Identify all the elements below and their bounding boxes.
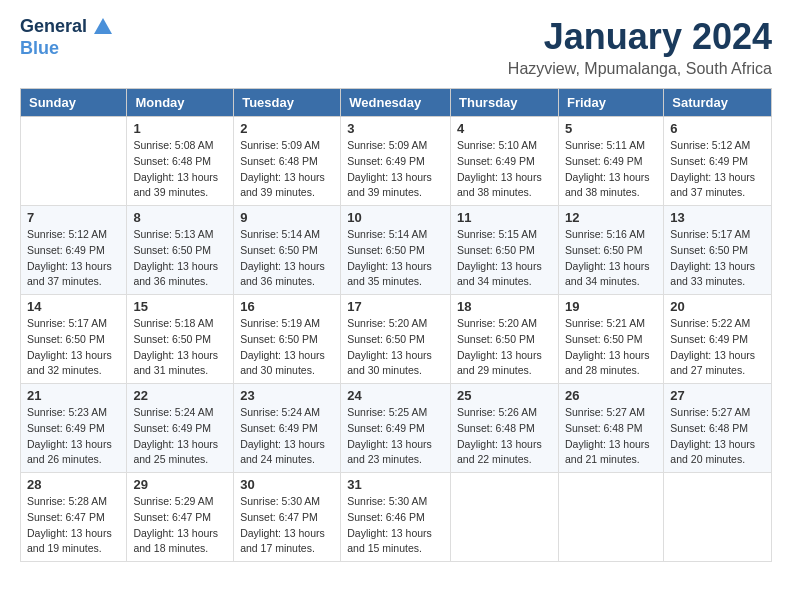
day-number: 17 bbox=[347, 299, 444, 314]
day-number: 22 bbox=[133, 388, 227, 403]
calendar-cell: 5Sunrise: 5:11 AM Sunset: 6:49 PM Daylig… bbox=[558, 117, 663, 206]
day-info: Sunrise: 5:12 AM Sunset: 6:49 PM Dayligh… bbox=[670, 138, 765, 201]
weekday-header: Tuesday bbox=[234, 89, 341, 117]
header: General Blue January 2024 Hazyview, Mpum… bbox=[20, 16, 772, 78]
calendar-cell: 19Sunrise: 5:21 AM Sunset: 6:50 PM Dayli… bbox=[558, 295, 663, 384]
calendar-cell: 7Sunrise: 5:12 AM Sunset: 6:49 PM Daylig… bbox=[21, 206, 127, 295]
day-number: 19 bbox=[565, 299, 657, 314]
day-number: 31 bbox=[347, 477, 444, 492]
weekday-header: Thursday bbox=[451, 89, 559, 117]
day-info: Sunrise: 5:20 AM Sunset: 6:50 PM Dayligh… bbox=[347, 316, 444, 379]
location: Hazyview, Mpumalanga, South Africa bbox=[508, 60, 772, 78]
logo-content: General Blue bbox=[20, 16, 114, 60]
calendar-cell: 18Sunrise: 5:20 AM Sunset: 6:50 PM Dayli… bbox=[451, 295, 559, 384]
weekday-header: Wednesday bbox=[341, 89, 451, 117]
calendar-cell: 21Sunrise: 5:23 AM Sunset: 6:49 PM Dayli… bbox=[21, 384, 127, 473]
weekday-header: Friday bbox=[558, 89, 663, 117]
day-info: Sunrise: 5:16 AM Sunset: 6:50 PM Dayligh… bbox=[565, 227, 657, 290]
day-number: 13 bbox=[670, 210, 765, 225]
day-number: 29 bbox=[133, 477, 227, 492]
calendar-cell: 25Sunrise: 5:26 AM Sunset: 6:48 PM Dayli… bbox=[451, 384, 559, 473]
day-info: Sunrise: 5:18 AM Sunset: 6:50 PM Dayligh… bbox=[133, 316, 227, 379]
weekday-header: Sunday bbox=[21, 89, 127, 117]
day-info: Sunrise: 5:08 AM Sunset: 6:48 PM Dayligh… bbox=[133, 138, 227, 201]
day-number: 30 bbox=[240, 477, 334, 492]
calendar-cell: 12Sunrise: 5:16 AM Sunset: 6:50 PM Dayli… bbox=[558, 206, 663, 295]
calendar-week-row: 21Sunrise: 5:23 AM Sunset: 6:49 PM Dayli… bbox=[21, 384, 772, 473]
calendar-cell: 14Sunrise: 5:17 AM Sunset: 6:50 PM Dayli… bbox=[21, 295, 127, 384]
day-info: Sunrise: 5:27 AM Sunset: 6:48 PM Dayligh… bbox=[670, 405, 765, 468]
day-number: 20 bbox=[670, 299, 765, 314]
calendar-header-row: SundayMondayTuesdayWednesdayThursdayFrid… bbox=[21, 89, 772, 117]
day-info: Sunrise: 5:30 AM Sunset: 6:47 PM Dayligh… bbox=[240, 494, 334, 557]
day-info: Sunrise: 5:14 AM Sunset: 6:50 PM Dayligh… bbox=[347, 227, 444, 290]
day-number: 27 bbox=[670, 388, 765, 403]
month-title: January 2024 bbox=[508, 16, 772, 58]
day-info: Sunrise: 5:19 AM Sunset: 6:50 PM Dayligh… bbox=[240, 316, 334, 379]
svg-marker-0 bbox=[94, 18, 112, 34]
calendar-week-row: 7Sunrise: 5:12 AM Sunset: 6:49 PM Daylig… bbox=[21, 206, 772, 295]
calendar-cell: 20Sunrise: 5:22 AM Sunset: 6:49 PM Dayli… bbox=[664, 295, 772, 384]
calendar-cell: 23Sunrise: 5:24 AM Sunset: 6:49 PM Dayli… bbox=[234, 384, 341, 473]
logo-line1: General bbox=[20, 16, 114, 38]
calendar-cell bbox=[451, 473, 559, 562]
day-info: Sunrise: 5:09 AM Sunset: 6:48 PM Dayligh… bbox=[240, 138, 334, 201]
weekday-header: Saturday bbox=[664, 89, 772, 117]
day-number: 5 bbox=[565, 121, 657, 136]
calendar-cell: 17Sunrise: 5:20 AM Sunset: 6:50 PM Dayli… bbox=[341, 295, 451, 384]
day-info: Sunrise: 5:20 AM Sunset: 6:50 PM Dayligh… bbox=[457, 316, 552, 379]
day-info: Sunrise: 5:24 AM Sunset: 6:49 PM Dayligh… bbox=[133, 405, 227, 468]
day-number: 28 bbox=[27, 477, 120, 492]
day-info: Sunrise: 5:09 AM Sunset: 6:49 PM Dayligh… bbox=[347, 138, 444, 201]
day-number: 21 bbox=[27, 388, 120, 403]
day-number: 24 bbox=[347, 388, 444, 403]
day-number: 1 bbox=[133, 121, 227, 136]
day-info: Sunrise: 5:30 AM Sunset: 6:46 PM Dayligh… bbox=[347, 494, 444, 557]
day-number: 14 bbox=[27, 299, 120, 314]
calendar-cell: 15Sunrise: 5:18 AM Sunset: 6:50 PM Dayli… bbox=[127, 295, 234, 384]
calendar-cell bbox=[558, 473, 663, 562]
calendar-cell: 11Sunrise: 5:15 AM Sunset: 6:50 PM Dayli… bbox=[451, 206, 559, 295]
day-info: Sunrise: 5:15 AM Sunset: 6:50 PM Dayligh… bbox=[457, 227, 552, 290]
day-info: Sunrise: 5:14 AM Sunset: 6:50 PM Dayligh… bbox=[240, 227, 334, 290]
calendar-cell: 2Sunrise: 5:09 AM Sunset: 6:48 PM Daylig… bbox=[234, 117, 341, 206]
day-info: Sunrise: 5:17 AM Sunset: 6:50 PM Dayligh… bbox=[27, 316, 120, 379]
logo-line2: Blue bbox=[20, 38, 114, 60]
calendar-cell bbox=[21, 117, 127, 206]
calendar-cell: 31Sunrise: 5:30 AM Sunset: 6:46 PM Dayli… bbox=[341, 473, 451, 562]
calendar-cell: 22Sunrise: 5:24 AM Sunset: 6:49 PM Dayli… bbox=[127, 384, 234, 473]
day-info: Sunrise: 5:13 AM Sunset: 6:50 PM Dayligh… bbox=[133, 227, 227, 290]
day-info: Sunrise: 5:17 AM Sunset: 6:50 PM Dayligh… bbox=[670, 227, 765, 290]
calendar-cell: 26Sunrise: 5:27 AM Sunset: 6:48 PM Dayli… bbox=[558, 384, 663, 473]
day-info: Sunrise: 5:10 AM Sunset: 6:49 PM Dayligh… bbox=[457, 138, 552, 201]
calendar-table: SundayMondayTuesdayWednesdayThursdayFrid… bbox=[20, 88, 772, 562]
calendar-cell: 30Sunrise: 5:30 AM Sunset: 6:47 PM Dayli… bbox=[234, 473, 341, 562]
logo: General Blue bbox=[20, 16, 114, 60]
calendar-week-row: 28Sunrise: 5:28 AM Sunset: 6:47 PM Dayli… bbox=[21, 473, 772, 562]
calendar-cell: 8Sunrise: 5:13 AM Sunset: 6:50 PM Daylig… bbox=[127, 206, 234, 295]
day-number: 3 bbox=[347, 121, 444, 136]
day-info: Sunrise: 5:22 AM Sunset: 6:49 PM Dayligh… bbox=[670, 316, 765, 379]
calendar-cell: 16Sunrise: 5:19 AM Sunset: 6:50 PM Dayli… bbox=[234, 295, 341, 384]
page-container: General Blue January 2024 Hazyview, Mpum… bbox=[0, 0, 792, 578]
day-number: 9 bbox=[240, 210, 334, 225]
day-number: 26 bbox=[565, 388, 657, 403]
day-number: 11 bbox=[457, 210, 552, 225]
calendar-cell: 9Sunrise: 5:14 AM Sunset: 6:50 PM Daylig… bbox=[234, 206, 341, 295]
day-number: 16 bbox=[240, 299, 334, 314]
day-info: Sunrise: 5:29 AM Sunset: 6:47 PM Dayligh… bbox=[133, 494, 227, 557]
title-area: January 2024 Hazyview, Mpumalanga, South… bbox=[508, 16, 772, 78]
calendar-week-row: 1Sunrise: 5:08 AM Sunset: 6:48 PM Daylig… bbox=[21, 117, 772, 206]
day-number: 25 bbox=[457, 388, 552, 403]
day-info: Sunrise: 5:28 AM Sunset: 6:47 PM Dayligh… bbox=[27, 494, 120, 557]
calendar-cell bbox=[664, 473, 772, 562]
day-number: 6 bbox=[670, 121, 765, 136]
day-number: 12 bbox=[565, 210, 657, 225]
day-number: 23 bbox=[240, 388, 334, 403]
day-number: 2 bbox=[240, 121, 334, 136]
calendar-cell: 6Sunrise: 5:12 AM Sunset: 6:49 PM Daylig… bbox=[664, 117, 772, 206]
calendar-cell: 3Sunrise: 5:09 AM Sunset: 6:49 PM Daylig… bbox=[341, 117, 451, 206]
day-number: 7 bbox=[27, 210, 120, 225]
day-info: Sunrise: 5:21 AM Sunset: 6:50 PM Dayligh… bbox=[565, 316, 657, 379]
day-info: Sunrise: 5:11 AM Sunset: 6:49 PM Dayligh… bbox=[565, 138, 657, 201]
